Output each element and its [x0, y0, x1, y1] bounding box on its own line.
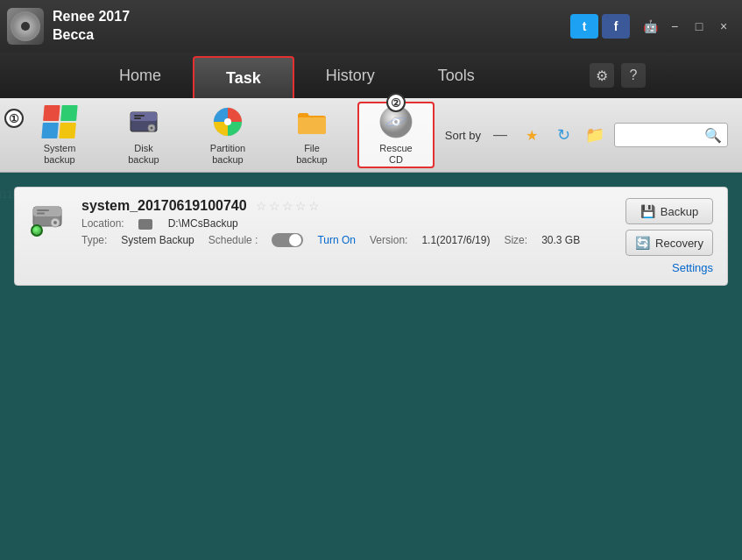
star-2[interactable]: ☆ — [269, 199, 280, 213]
turn-on-label[interactable]: Turn On — [317, 234, 356, 246]
star-1[interactable]: ☆ — [256, 199, 267, 213]
app-logo-inner — [21, 22, 30, 31]
search-input[interactable] — [620, 129, 704, 141]
schedule-toggle[interactable] — [272, 233, 303, 247]
svg-rect-14 — [33, 207, 61, 216]
tool-file-backup[interactable]: Filebackup — [273, 102, 350, 168]
app-title: Renee 2017 Becca — [53, 8, 130, 45]
star-5[interactable]: ☆ — [308, 199, 320, 213]
tool-system-backup[interactable]: Systembackup — [21, 102, 98, 168]
disk-backup-label: Diskbackup — [128, 143, 159, 166]
backup-title: system_20170619100740 — [81, 198, 247, 214]
svg-rect-17 — [37, 209, 49, 211]
recovery-btn-icon: 🔄 — [635, 236, 650, 250]
svg-rect-4 — [134, 115, 145, 117]
nav-bar-right: ⚙ ? — [590, 53, 654, 98]
app-logo — [7, 8, 44, 45]
backup-btn-label: Backup — [661, 205, 698, 218]
search-box: 🔍 — [614, 123, 728, 147]
backup-button[interactable]: 💾 Backup — [625, 198, 713, 224]
tool-disk-backup[interactable]: Diskbackup — [105, 102, 182, 168]
disk-backup-icon — [126, 104, 161, 139]
search-icon[interactable]: 🔍 — [704, 127, 722, 144]
twitter-button[interactable]: t — [570, 14, 598, 39]
sort-star-btn[interactable]: ★ — [519, 123, 544, 147]
type-label: Type: — [81, 234, 107, 246]
title-bar-right: t f 🤖 − □ × — [570, 14, 735, 39]
rescue-cd-label: RescueCD — [379, 143, 412, 166]
star-3[interactable]: ☆ — [282, 199, 293, 213]
file-backup-icon — [294, 104, 329, 139]
backup-card-actions: 💾 Backup 🔄 Recovery Settings — [625, 198, 713, 274]
version-value: 1.1(2017/6/19) — [421, 234, 490, 246]
svg-point-11 — [394, 120, 398, 124]
backup-card: system_20170619100740 ☆ ☆ ☆ ☆ ☆ Location… — [14, 187, 728, 286]
robot-icon-btn[interactable]: 🤖 — [639, 17, 661, 36]
step2-badge: ② — [386, 93, 406, 112]
step1-badge: ① — [4, 109, 24, 128]
details-row: Type: System Backup Schedule : Turn On V… — [81, 233, 613, 247]
toggle-thumb — [289, 234, 301, 246]
refresh-btn[interactable]: ↻ — [551, 123, 576, 147]
svg-rect-5 — [134, 117, 141, 119]
tab-home[interactable]: Home — [88, 53, 193, 98]
title-bar: Renee 2017 Becca t f 🤖 − □ × — [0, 0, 742, 53]
close-button[interactable]: × — [712, 17, 735, 36]
settings-link[interactable]: Settings — [672, 261, 713, 274]
svg-point-3 — [151, 126, 153, 129]
svg-rect-18 — [37, 213, 45, 215]
title-row: system_20170619100740 ☆ ☆ ☆ ☆ ☆ — [81, 198, 613, 214]
location-label: Location: — [81, 217, 124, 230]
recovery-btn-label: Recovery — [655, 237, 703, 250]
location-path: D:\MCsBackup — [168, 217, 238, 230]
backup-btn-icon: 💾 — [640, 204, 655, 218]
backup-card-info: system_20170619100740 ☆ ☆ ☆ ☆ ☆ Location… — [81, 198, 613, 251]
title-bar-left: Renee 2017 Becca — [7, 8, 130, 45]
svg-point-16 — [53, 221, 57, 224]
app-window: Renee 2017 Becca t f 🤖 − □ × Home Task H… — [0, 0, 742, 560]
recovery-button[interactable]: 🔄 Recovery — [625, 230, 713, 256]
tool-partition-backup[interactable]: Partitionbackup — [189, 102, 266, 168]
sort-label: Sort by — [445, 129, 481, 142]
system-backup-label: Systembackup — [44, 143, 76, 166]
nav-bar: Home Task History Tools ⚙ ? — [0, 53, 742, 98]
help-icon-btn[interactable]: ? — [621, 63, 646, 88]
file-backup-label: Filebackup — [296, 143, 327, 166]
backup-card-icon — [29, 198, 69, 238]
open-folder-btn[interactable]: 📁 — [583, 123, 607, 147]
status-indicator — [31, 224, 43, 237]
minimize-button[interactable]: − — [663, 17, 686, 36]
size-value: 30.3 GB — [541, 234, 580, 246]
tab-history[interactable]: History — [294, 53, 406, 98]
location-row: Location: D:\MCsBackup — [81, 217, 613, 230]
system-backup-icon — [42, 104, 77, 139]
facebook-button[interactable]: f — [602, 14, 630, 39]
partition-backup-icon — [210, 104, 245, 139]
tab-task[interactable]: Task — [193, 56, 294, 98]
svg-point-7 — [224, 118, 231, 125]
partition-backup-label: Partitionbackup — [210, 143, 245, 166]
drive-icon — [138, 219, 152, 230]
settings-icon-btn[interactable]: ⚙ — [590, 63, 614, 88]
toolbar: ① Systembackup — [0, 98, 742, 173]
version-label: Version: — [370, 234, 407, 246]
size-label: Size: — [504, 234, 527, 246]
window-controls: 🤖 − □ × — [639, 17, 735, 36]
toolbar-right: Sort by — ★ ↻ 📁 🔍 — [445, 123, 728, 147]
main-content: system_20170619100740 ☆ ☆ ☆ ☆ ☆ Location… — [0, 173, 742, 560]
sort-dash-btn[interactable]: — — [488, 123, 512, 147]
star-4[interactable]: ☆ — [295, 199, 307, 213]
tab-tools[interactable]: Tools — [406, 53, 506, 98]
schedule-label: Schedule : — [208, 234, 258, 246]
star-rating: ☆ ☆ ☆ ☆ ☆ — [256, 199, 320, 213]
maximize-button[interactable]: □ — [688, 17, 710, 36]
type-value: System Backup — [121, 234, 194, 246]
